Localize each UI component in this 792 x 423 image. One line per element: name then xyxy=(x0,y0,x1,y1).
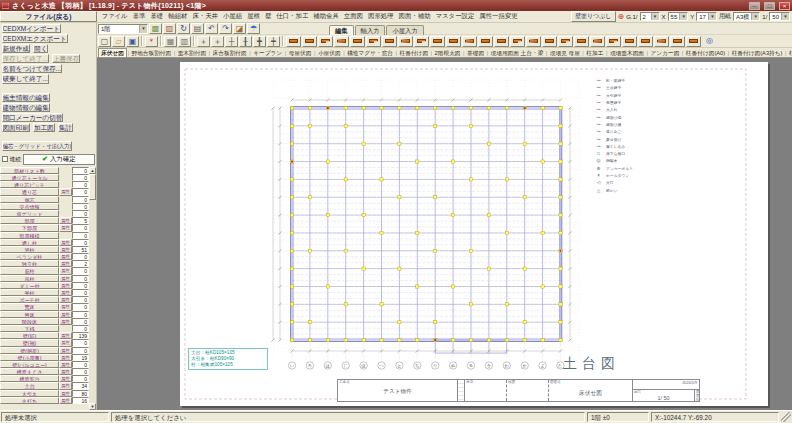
file-back-button[interactable]: ファイル(戻る) xyxy=(0,11,97,22)
row-label-button[interactable]: 独立柱 xyxy=(0,260,59,267)
list-scrollbar[interactable]: ▲ ▼ xyxy=(89,167,96,410)
grid-icon[interactable]: ▦ xyxy=(164,36,177,47)
row-label-button[interactable]: 大引き xyxy=(0,390,59,397)
row-attr-button[interactable]: 属性 xyxy=(59,347,72,354)
lumber-tool-icon-17[interactable] xyxy=(542,36,557,47)
y-select[interactable]: 17▼ xyxy=(696,12,717,21)
open-folder-icon[interactable]: ▱ xyxy=(112,36,125,47)
lumber-tool-icon-5[interactable] xyxy=(350,36,365,47)
lumber-tool-icon-23[interactable] xyxy=(638,36,653,47)
paper-size-select[interactable]: A3横▼ xyxy=(733,12,760,21)
sheet-tab-4[interactable]: キープラン xyxy=(251,49,284,57)
print-icon[interactable]: ▤ xyxy=(191,23,204,34)
lumber-tool-icon-18[interactable] xyxy=(558,36,573,47)
row-label-button[interactable]: 吊柱 xyxy=(0,275,59,282)
crosshair-icon[interactable]: ⊕ xyxy=(618,13,625,21)
lumber-tool-icon-1[interactable] xyxy=(286,36,301,47)
lumber-tool-icon-4[interactable] xyxy=(334,36,349,47)
menu-item-4[interactable]: 床・天井 xyxy=(190,12,221,21)
lumber-tool-icon-22[interactable] xyxy=(622,36,637,47)
lumber-tool-icon-26[interactable] xyxy=(686,36,701,47)
row-attr-button[interactable]: 属性 xyxy=(59,267,72,274)
row-label-button[interactable]: 仮グリッド xyxy=(0,210,59,217)
sidebar-button-6[interactable]: 名前をつけて保存... xyxy=(2,64,63,74)
sheet-tab-12[interactable]: 現場見 母屋 xyxy=(548,49,582,57)
lumber-tool-icon-24[interactable] xyxy=(654,36,669,47)
sidebar-button-10[interactable]: 開口メーカーの切替 xyxy=(2,113,64,123)
sheet-tab-15[interactable]: アンカー図 xyxy=(648,49,681,57)
mode-tab-2[interactable]: 小屋入力 xyxy=(386,25,423,35)
row-attr-button[interactable]: 属性 xyxy=(59,311,72,318)
row-label-button[interactable]: 階段床 xyxy=(0,318,59,325)
row-attr-button[interactable]: 属性 xyxy=(59,239,72,246)
sidebar-button-8[interactable]: 施主情報の編集 xyxy=(2,93,50,103)
paint-bucket-icon[interactable]: ◪ xyxy=(233,23,246,34)
sidebar-button-14[interactable]: 偏芯・グリッド・寸法(入力) xyxy=(2,141,73,151)
row-attr-button[interactable]: 属性 xyxy=(59,339,72,346)
row-attr-button[interactable]: 属性 xyxy=(59,217,72,224)
row-label-button[interactable]: 構造まぐさ xyxy=(0,368,59,375)
drawing-canvas[interactable]: いろはにほへとちりぬるをわかよた 土台：桧KD105×105 大引き：桧KD90… xyxy=(97,58,792,410)
maximize-button[interactable]: □ xyxy=(764,2,775,10)
row-attr-button[interactable]: 属性 xyxy=(59,397,72,404)
continuous-checkbox[interactable] xyxy=(2,156,8,162)
minimize-button[interactable]: ─ xyxy=(749,2,760,10)
scroll-down-icon[interactable]: ▼ xyxy=(89,403,96,410)
sheet-tab-16[interactable]: 柱番付け図(A0) xyxy=(684,49,727,57)
sidebar-button-9[interactable]: 建物情報の編集 xyxy=(2,103,50,113)
row-label-button[interactable]: 部屋模様 xyxy=(0,232,59,239)
scale-select[interactable]: 50▼ xyxy=(769,12,790,21)
row-label-button[interactable]: 壁(バルコニー) xyxy=(0,361,59,368)
umbrella-icon[interactable]: ☂ xyxy=(247,23,260,34)
sheet-tab-5[interactable]: 母屋伏図 xyxy=(287,49,314,57)
row-attr-button[interactable]: 属性 xyxy=(59,318,72,325)
menu-item-12[interactable]: 図面・補助 xyxy=(396,12,433,21)
row-label-button[interactable]: 荒床 xyxy=(0,303,59,310)
row-label-button[interactable]: 管柱 xyxy=(0,246,59,253)
undo-icon[interactable]: ↶ xyxy=(205,23,218,34)
menu-item-0[interactable]: ファイル xyxy=(99,12,130,21)
lumber-tool-icon-20[interactable] xyxy=(590,36,605,47)
row-attr-button[interactable]: 属性 xyxy=(59,275,72,282)
lumber-tool-icon-14[interactable] xyxy=(494,36,509,47)
row-label-button[interactable]: 火打ち xyxy=(0,397,59,404)
sheet-tab-17[interactable]: 柱番付け図(A3持ち) xyxy=(730,49,785,57)
menu-item-6[interactable]: 屋根 xyxy=(245,12,263,21)
save-icon[interactable]: ▣ xyxy=(126,36,139,47)
row-attr-button[interactable]: 属性 xyxy=(59,253,72,260)
row-label-button[interactable]: 壁(小屋裏) xyxy=(0,354,59,361)
lumber-tool-icon-16[interactable] xyxy=(526,36,541,47)
row-label-button[interactable]: 通り芯 xyxy=(0,188,59,195)
lumber-tool-icon-11[interactable] xyxy=(446,36,461,47)
sidebar-button-12[interactable]: 加工図 xyxy=(33,123,55,133)
row-label-button[interactable]: 壁(筋) xyxy=(0,332,59,339)
resize-grip[interactable] xyxy=(781,412,791,422)
sheet-tab-2[interactable]: 垂木割付図 xyxy=(176,49,208,57)
lumber-tool-icon-10[interactable] xyxy=(430,36,445,47)
row-label-button[interactable]: 通り芯トータル xyxy=(0,174,59,181)
menu-item-7[interactable]: 壁 xyxy=(262,12,273,21)
cross-icon-1[interactable]: ＋ xyxy=(197,36,210,47)
grid-dots-icon[interactable]: ▥ xyxy=(178,36,191,47)
row-attr-button[interactable]: 属性 xyxy=(59,332,72,339)
row-label-button[interactable]: 壁(袖) xyxy=(0,339,59,346)
row-label-button[interactable]: 畳床 xyxy=(0,311,59,318)
grid-scale-select[interactable]: 2▼ xyxy=(640,12,660,21)
sheet-tab-6[interactable]: 小屋伏図 xyxy=(316,49,343,57)
row-attr-button[interactable]: 属性 xyxy=(59,289,72,296)
lumber-tool-icon-12[interactable] xyxy=(462,36,477,47)
sidebar-button-2[interactable]: 新規作成 xyxy=(2,44,30,54)
input-confirm-button[interactable]: ✔ 入力確定 xyxy=(23,154,94,165)
row-label-button[interactable]: 下桟 xyxy=(0,325,59,332)
scroll-thumb[interactable] xyxy=(89,174,96,200)
sheet-tab-11[interactable]: 現場用図面 土台・梁 xyxy=(489,49,546,57)
row-attr-button[interactable]: 属性 xyxy=(59,188,72,195)
row-attr-button[interactable]: 属性 xyxy=(59,296,72,303)
sheet-tab-3[interactable]: 床合板割付図 xyxy=(211,49,249,57)
cross-icon-4[interactable]: ╂ xyxy=(239,36,252,47)
row-attr-button[interactable]: 属性 xyxy=(59,224,72,231)
row-attr-button[interactable]: 属性 xyxy=(59,260,72,267)
refresh-icon[interactable]: ↻ xyxy=(177,23,190,34)
sidebar-button-0[interactable]: CEDXMインポート xyxy=(2,24,61,34)
redo-icon[interactable]: ↷ xyxy=(219,23,232,34)
